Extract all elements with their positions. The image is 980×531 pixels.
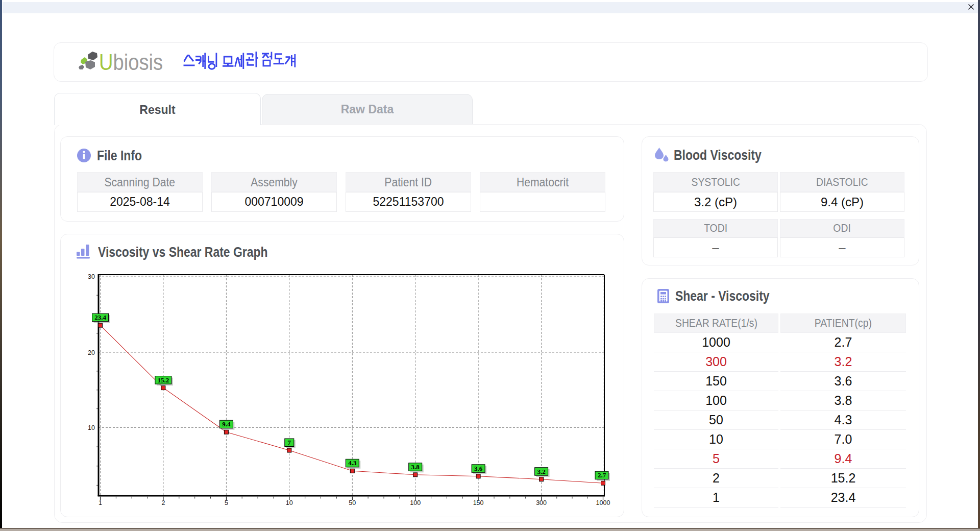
- svg-text:10: 10: [88, 424, 95, 431]
- svg-text:150: 150: [473, 499, 484, 506]
- svg-text:100: 100: [410, 499, 421, 506]
- svg-text:1000: 1000: [596, 499, 610, 506]
- svg-text:1: 1: [99, 499, 102, 506]
- svg-text:30: 30: [88, 273, 95, 280]
- svg-text:3.6: 3.6: [474, 465, 483, 472]
- svg-text:7: 7: [288, 439, 291, 446]
- svg-text:5: 5: [225, 499, 228, 506]
- svg-text:4.3: 4.3: [348, 459, 357, 467]
- svg-text:300: 300: [536, 499, 547, 506]
- svg-text:2: 2: [161, 499, 165, 506]
- svg-text:23.4: 23.4: [94, 313, 106, 321]
- svg-text:15.2: 15.2: [158, 376, 169, 384]
- svg-text:20: 20: [88, 349, 95, 356]
- svg-text:9.4: 9.4: [222, 420, 231, 428]
- svg-text:3.2: 3.2: [537, 468, 545, 475]
- svg-text:2.7: 2.7: [598, 471, 606, 479]
- svg-text:10: 10: [286, 499, 293, 506]
- svg-text:3.8: 3.8: [411, 463, 420, 471]
- svg-text:50: 50: [349, 499, 356, 506]
